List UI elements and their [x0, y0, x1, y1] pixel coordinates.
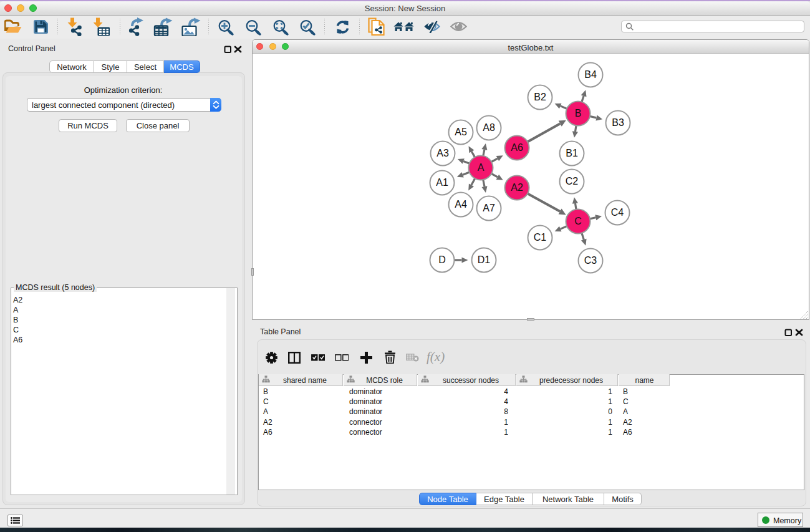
svg-text:B1: B1: [566, 148, 578, 158]
svg-text:A3: A3: [436, 148, 449, 158]
svg-text:C3: C3: [584, 255, 597, 266]
svg-text:B2: B2: [534, 92, 546, 102]
svg-text:A4: A4: [455, 199, 467, 210]
svg-text:A7: A7: [483, 203, 495, 213]
svg-text:C: C: [574, 216, 582, 226]
svg-text:A1: A1: [436, 177, 448, 188]
svg-text:C1: C1: [534, 232, 547, 243]
svg-text:A2: A2: [511, 182, 523, 193]
svg-text:C2: C2: [566, 176, 579, 186]
svg-text:B4: B4: [584, 69, 597, 80]
svg-text:A: A: [478, 162, 485, 173]
svg-text:A6: A6: [511, 142, 523, 153]
svg-text:C4: C4: [611, 207, 624, 218]
svg-text:D: D: [438, 254, 446, 265]
svg-text:A8: A8: [483, 122, 495, 133]
svg-text:D1: D1: [478, 254, 491, 265]
svg-text:A5: A5: [455, 127, 467, 137]
svg-text:B3: B3: [612, 117, 624, 128]
svg-text:B: B: [575, 108, 582, 118]
